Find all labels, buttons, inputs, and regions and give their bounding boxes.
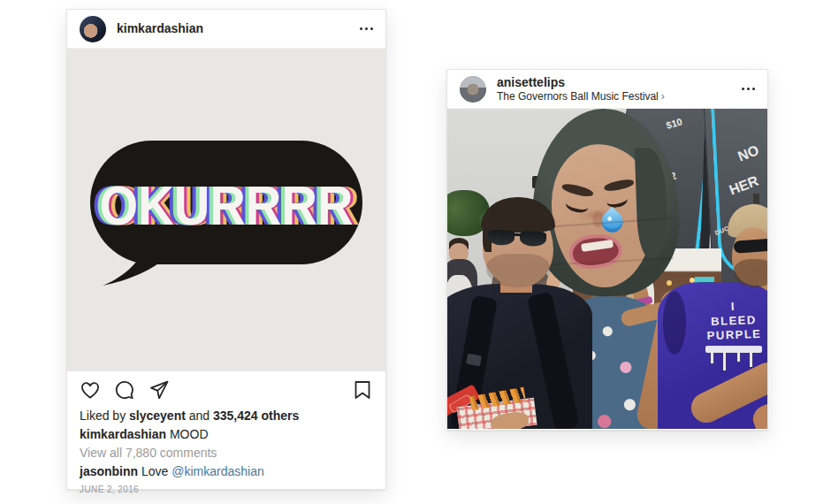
header-text: kimkardashian <box>117 21 203 35</box>
man-stubble <box>486 254 550 287</box>
sunglasses <box>734 238 767 253</box>
speech-bubble: OKURRRR <box>88 139 364 287</box>
view-comments-link[interactable]: View all 7,880 comments <box>80 444 373 462</box>
share-icon[interactable] <box>149 379 170 401</box>
liker-username[interactable]: slyceyent <box>129 409 186 423</box>
instagram-post-right: anisettelips The Governors Ball Music Fe… <box>446 69 768 431</box>
more-options-icon[interactable] <box>742 84 755 94</box>
username[interactable]: kimkardashian <box>117 21 203 35</box>
post-header: kimkardashian <box>67 10 385 49</box>
sunglasses-lens <box>488 230 515 246</box>
likes-conjunction: and <box>189 409 210 423</box>
likes-prefix: Liked by <box>80 409 126 423</box>
man-hair <box>481 197 555 233</box>
shirt-drip <box>711 351 713 363</box>
comment-icon[interactable] <box>114 379 135 401</box>
post-header: anisettelips The Governors Ball Music Fe… <box>447 70 767 109</box>
action-bar <box>67 371 385 403</box>
bubble-text: OKURRRR <box>83 172 370 237</box>
sunglasses <box>488 230 549 248</box>
purple-tank-man: I BLEED PURPLE <box>649 204 767 429</box>
post-image[interactable]: OKURRRR <box>67 49 385 371</box>
instagram-post-left: kimkardashian OKURRRR Liked by slyceyent <box>66 9 386 490</box>
header-text: anisettelips The Governors Ball Music Fe… <box>497 75 665 103</box>
shirt-drip <box>737 351 740 362</box>
chevron-right-icon: › <box>661 90 665 103</box>
post-text-block: Liked by slyceyent and 335,424 others ki… <box>67 403 385 496</box>
foreground-man <box>447 197 592 429</box>
likes-count[interactable]: 335,424 others <box>213 409 299 423</box>
comment-text: Love <box>141 464 168 478</box>
strap-buckle <box>466 354 482 367</box>
post-timestamp: JUNE 2, 2016 <box>80 484 373 496</box>
location-link[interactable]: The Governors Ball Music Festival› <box>497 91 665 103</box>
tank-armhole-shadow <box>663 291 686 355</box>
username[interactable]: anisettelips <box>497 75 665 89</box>
save-icon[interactable] <box>352 379 373 401</box>
caption-line: kimkardashian MOOD <box>80 425 373 444</box>
shirt-text: I BLEED PURPLE <box>698 299 767 344</box>
shirt-drip <box>750 351 752 367</box>
more-options-icon[interactable] <box>360 24 373 34</box>
caption-text: MOOD <box>170 427 209 441</box>
like-icon[interactable] <box>80 379 101 401</box>
avatar[interactable] <box>460 76 486 103</box>
sunglasses-lens <box>520 231 547 247</box>
shirt-drip <box>723 351 726 370</box>
sunglasses-bridge <box>513 233 522 236</box>
shirt-drip-graphic <box>705 346 762 353</box>
page-background: kimkardashian OKURRRR Liked by slyceyent <box>0 0 831 504</box>
avatar[interactable] <box>80 16 106 42</box>
post-photo[interactable]: ROP $10 $6 or $12 NO HER DUCKS EATERY <box>447 109 767 429</box>
caption-username[interactable]: kimkardashian <box>80 427 166 441</box>
shirt-line: PURPLE <box>698 327 767 344</box>
mention-link[interactable]: @kimkardashian <box>172 464 263 478</box>
likes-line: Liked by slyceyent and 335,424 others <box>80 407 373 425</box>
comment-line: jasonbinn Love @kimkardashian <box>80 462 373 481</box>
commenter-username[interactable]: jasonbinn <box>80 464 138 478</box>
